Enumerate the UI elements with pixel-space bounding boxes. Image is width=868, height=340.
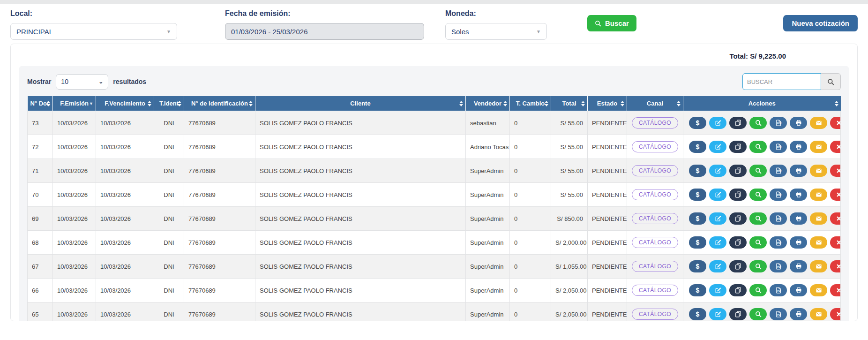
- action-pdf-button[interactable]: PDF: [770, 189, 787, 201]
- action-email-button[interactable]: [810, 284, 827, 296]
- column-header-n-identificacion[interactable]: N° de identificación: [184, 96, 255, 111]
- action-view-button[interactable]: [749, 284, 767, 296]
- cell-estado: PENDIENTE: [588, 279, 627, 302]
- nueva-cotizacion-button[interactable]: Nueva cotización: [783, 15, 858, 31]
- action-payments-button[interactable]: $: [689, 141, 706, 153]
- action-duplicate-button[interactable]: [729, 165, 747, 177]
- action-edit-button[interactable]: [709, 260, 726, 272]
- action-print-button[interactable]: [790, 236, 807, 249]
- action-delete-button[interactable]: [830, 117, 841, 129]
- cell-cliente: SOLIS GOMEZ PAOLO FRANCIS: [255, 111, 466, 135]
- action-duplicate-button[interactable]: [729, 117, 747, 129]
- action-pdf-button[interactable]: PDF: [770, 284, 787, 296]
- cell-vendedor: SuperAdmin: [466, 159, 510, 183]
- action-print-button[interactable]: [790, 189, 807, 201]
- action-edit-button[interactable]: [709, 308, 726, 320]
- action-edit-button[interactable]: [709, 165, 726, 177]
- action-pdf-button[interactable]: PDF: [770, 117, 787, 129]
- action-view-button[interactable]: [749, 236, 767, 249]
- action-payments-button[interactable]: $: [689, 189, 706, 201]
- action-delete-button[interactable]: [830, 165, 841, 177]
- action-email-button[interactable]: [810, 165, 827, 177]
- action-duplicate-button[interactable]: [729, 212, 747, 225]
- action-view-button[interactable]: [749, 189, 767, 201]
- action-print-button[interactable]: [790, 284, 807, 296]
- action-pdf-button[interactable]: PDF: [770, 308, 787, 320]
- action-view-button[interactable]: [749, 141, 767, 153]
- action-print-button[interactable]: [790, 117, 807, 129]
- action-view-button[interactable]: [749, 308, 767, 320]
- column-header-t-cambio[interactable]: T. Cambio: [510, 96, 551, 111]
- cell-acciones: $PDF: [683, 279, 841, 302]
- column-header-doc[interactable]: N° Doc: [28, 96, 53, 111]
- action-duplicate-button[interactable]: [729, 260, 747, 272]
- action-email-button[interactable]: [810, 189, 827, 201]
- results-card: Total: S/ 9,225.00 Mostrar 10 ⌄ resultad…: [10, 44, 858, 321]
- action-payments-button[interactable]: $: [689, 236, 706, 249]
- column-header-t-ident[interactable]: T.Ident: [154, 96, 184, 111]
- action-print-button[interactable]: [790, 141, 807, 153]
- action-pdf-button[interactable]: PDF: [770, 141, 787, 153]
- action-email-button[interactable]: [810, 141, 827, 153]
- action-duplicate-button[interactable]: [729, 141, 747, 153]
- action-print-button[interactable]: [790, 165, 807, 177]
- column-header-cliente[interactable]: Cliente: [255, 96, 466, 111]
- action-payments-button[interactable]: $: [689, 117, 706, 129]
- action-payments-button[interactable]: $: [689, 284, 706, 296]
- action-delete-button[interactable]: [830, 212, 841, 225]
- action-email-button[interactable]: [810, 308, 827, 320]
- cell-n-identificacion: 77670689: [184, 302, 255, 322]
- action-duplicate-button[interactable]: [729, 236, 747, 249]
- action-edit-button[interactable]: [709, 117, 726, 129]
- moneda-select[interactable]: Soles ▼: [445, 23, 547, 40]
- action-payments-button[interactable]: $: [689, 165, 706, 177]
- cell-t-ident: DNI: [154, 159, 184, 183]
- action-payments-button[interactable]: $: [689, 308, 706, 320]
- action-pdf-button[interactable]: PDF: [770, 165, 787, 177]
- action-duplicate-button[interactable]: [729, 284, 747, 296]
- action-delete-button[interactable]: [830, 141, 841, 153]
- action-payments-button[interactable]: $: [689, 260, 706, 272]
- edit-icon: [715, 263, 721, 270]
- action-duplicate-button[interactable]: [729, 308, 747, 320]
- action-duplicate-button[interactable]: [729, 189, 747, 201]
- action-pdf-button[interactable]: PDF: [770, 236, 787, 249]
- action-email-button[interactable]: [810, 117, 827, 129]
- action-pdf-button[interactable]: PDF: [770, 260, 787, 272]
- action-payments-button[interactable]: $: [689, 212, 706, 225]
- page-size-select[interactable]: 10 ⌄: [56, 74, 108, 90]
- action-delete-button[interactable]: [830, 260, 841, 272]
- column-header-canal[interactable]: Canal: [627, 96, 683, 111]
- buscar-button[interactable]: Buscar: [587, 15, 636, 31]
- action-email-button[interactable]: [810, 236, 827, 249]
- fecha-emision-input[interactable]: [225, 23, 424, 40]
- action-delete-button[interactable]: [830, 236, 841, 249]
- column-header-total[interactable]: Total: [551, 96, 588, 111]
- table-search-button[interactable]: [821, 73, 841, 90]
- column-header-estado[interactable]: Estado: [588, 96, 627, 111]
- action-view-button[interactable]: [749, 212, 767, 225]
- action-view-button[interactable]: [749, 165, 767, 177]
- column-header-vendedor[interactable]: Vendedor: [466, 96, 510, 111]
- action-edit-button[interactable]: [709, 141, 726, 153]
- action-view-button[interactable]: [749, 260, 767, 272]
- action-email-button[interactable]: [810, 260, 827, 272]
- action-edit-button[interactable]: [709, 189, 726, 201]
- action-edit-button[interactable]: [709, 236, 726, 249]
- action-print-button[interactable]: [790, 260, 807, 272]
- local-select[interactable]: PRINCIPAL ▼: [10, 23, 177, 40]
- action-edit-button[interactable]: [709, 284, 726, 296]
- action-view-button[interactable]: [749, 117, 767, 129]
- action-delete-button[interactable]: [830, 189, 841, 201]
- action-delete-button[interactable]: [830, 284, 841, 296]
- action-edit-button[interactable]: [709, 212, 726, 225]
- table-search-input[interactable]: [742, 73, 821, 90]
- column-header-f-vencimiento[interactable]: F.Vencimiento: [96, 96, 154, 111]
- action-pdf-button[interactable]: PDF: [770, 212, 787, 225]
- column-header-acciones[interactable]: Acciones: [683, 96, 841, 111]
- action-print-button[interactable]: [790, 308, 807, 320]
- action-email-button[interactable]: [810, 212, 827, 225]
- action-delete-button[interactable]: [830, 308, 841, 320]
- action-print-button[interactable]: [790, 212, 807, 225]
- column-header-f-emision[interactable]: F.Emisión▼: [53, 96, 96, 111]
